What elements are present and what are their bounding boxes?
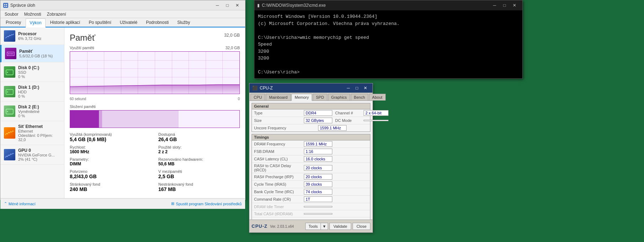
cpuz-rc-row: Bank Cycle Time (tRC) 74 clocks xyxy=(252,188,370,196)
cpuz-dram-freq-label: DRAM Frequency xyxy=(254,142,304,146)
stat-used: Využitá (komprimovaná) 5,4 GB (0,6 MB) xyxy=(70,132,151,142)
tab-pospusteni[interactable]: Po spuštění xyxy=(85,18,115,27)
cpuz-rc-value: 74 clocks xyxy=(304,189,332,195)
sidebar-item-disk1[interactable]: Disk 1 (D:) HDD0 % xyxy=(0,82,64,102)
utilization-value: 32,0 GB xyxy=(226,46,240,50)
cpuz-fsb-row: FSB:DRAM 1:16 xyxy=(252,148,370,155)
disk2-info: Disk 2 (E:) Vyměnitelné0 % xyxy=(18,104,60,118)
cmd-line-2: (c) Microsoft Corporation. Všechna práva… xyxy=(258,20,519,27)
menu-moznosti[interactable]: Možnosti xyxy=(21,11,44,17)
sidebar-item-disk2[interactable]: Disk 2 (E:) Vyměnitelné0 % xyxy=(0,102,64,121)
cpuz-tab-graphics[interactable]: Graphics xyxy=(328,94,350,101)
cpuz-title: CPU-Z xyxy=(260,86,273,91)
stat-params-label: Parametry: xyxy=(70,157,151,161)
task-manager-window: Správce úloh ─ □ ✕ Soubor Možnosti Zobra… xyxy=(0,0,246,200)
cpuz-type-value: DDR4 xyxy=(304,110,332,116)
comp-modified xyxy=(99,110,102,128)
menu-soubor[interactable]: Soubor xyxy=(2,11,21,17)
gpu-icon xyxy=(4,149,15,160)
cpuz-tab-cpu[interactable]: CPU xyxy=(250,94,265,101)
cpuz-tab-spd[interactable]: SPD xyxy=(313,94,327,101)
svg-rect-6 xyxy=(10,53,10,55)
minimize-button[interactable]: ─ xyxy=(212,0,222,10)
stat-cache-value: 2,5 GB xyxy=(158,174,240,179)
sidebar-item-network[interactable]: Síť Ethernet EthernetOdesílání: 0 Příjem… xyxy=(0,121,64,145)
tab-historie[interactable]: Historie aplikací xyxy=(46,18,84,27)
cpuz-tab-bench[interactable]: Bench xyxy=(351,94,368,101)
cpuz-uncore-row: Uncore Frequency 1599.1 MHz xyxy=(252,124,370,132)
disk0-desc: SSD0 % xyxy=(18,70,60,79)
cmd-line-8 xyxy=(258,62,519,69)
titlebar-left: Správce úloh xyxy=(3,3,35,8)
cpuz-tools-dropdown[interactable]: ▼ xyxy=(321,223,328,230)
cpuz-channel-label: Channel # xyxy=(335,111,364,115)
cpuz-close-title[interactable]: ✕ xyxy=(361,84,370,92)
cpuz-fsb-value: 1:16 xyxy=(304,149,332,154)
cpuz-size-label: Size xyxy=(254,118,304,123)
stat-confirmed-label: Potvrzeno xyxy=(70,169,151,174)
cpuz-dram-freq-value: 1599.1 MHz xyxy=(304,141,332,147)
cpuz-rc-label: Bank Cycle Time (tRC) xyxy=(254,190,304,194)
svg-rect-8 xyxy=(12,53,13,55)
cpuz-close-button[interactable]: Close xyxy=(353,223,370,230)
cpuz-cr-label: Command Rate (CR) xyxy=(254,197,304,201)
sidebar-item-memory[interactable]: Paměť 5,6/32,0 GB (18 %) xyxy=(0,45,64,62)
cpuz-validate-button[interactable]: Validate xyxy=(329,223,351,230)
graph-time-value: 0 xyxy=(238,97,240,101)
menu-zobrazeni[interactable]: Zobrazení xyxy=(44,11,69,17)
cpuz-uncore-value: 1599.1 MHz xyxy=(318,125,347,131)
cmd-minimize[interactable]: ─ xyxy=(490,0,500,10)
chevron-up-icon: ⌃ xyxy=(4,201,7,206)
maximize-button[interactable]: □ xyxy=(222,0,232,10)
disk2-icon xyxy=(4,105,15,117)
tab-sluzby[interactable]: Služby xyxy=(173,18,194,27)
memory-name: Paměť xyxy=(19,49,60,54)
cpuz-rp-value: 20 clocks xyxy=(304,174,332,180)
composition-bar xyxy=(70,110,240,128)
stat-reserved-label: Rezervováno hardwarem: xyxy=(158,157,240,161)
disk2-desc: Vyměnitelné0 % xyxy=(18,109,60,118)
cpuz-maximize[interactable]: □ xyxy=(353,84,361,92)
start-monitor-link[interactable]: ⊞ Spustit program Sledování prostředků xyxy=(171,201,242,206)
tab-podrobnosti[interactable]: Podrobnosti xyxy=(142,18,173,27)
utilization-label: Využití paměti 32,0 GB xyxy=(70,46,240,50)
cpuz-rcd-value: 20 clocks xyxy=(304,165,332,171)
cpuz-timings-section: Timings DRAM Frequency 1599.1 MHz FSB:DR… xyxy=(252,134,370,225)
gpu-info: GPU 0 NVIDIA GeForce G...2% (41 °C) xyxy=(18,148,60,161)
cmd-line-5: Speed xyxy=(258,41,519,48)
disk1-icon xyxy=(4,86,15,97)
svg-rect-0 xyxy=(4,4,5,5)
tab-vykon[interactable]: Výkon xyxy=(26,19,45,27)
sidebar-item-cpu[interactable]: Procesor 6% 3,72 GHz xyxy=(0,27,64,45)
cpuz-tab-about[interactable]: About xyxy=(369,94,386,101)
task-manager-title: Správce úloh xyxy=(10,3,35,8)
tab-uzivatele[interactable]: Uživatelé xyxy=(116,18,141,27)
cmd-title-left: ▮ C:\WINDOWS\system32\cmd.exe xyxy=(257,3,326,8)
svg-rect-1 xyxy=(6,4,7,5)
sidebar-item-gpu[interactable]: GPU 0 NVIDIA GeForce G...2% (41 °C) xyxy=(0,145,64,165)
sidebar-item-disk0[interactable]: Disk 0 (C:) SSD0 % xyxy=(0,62,64,82)
disk1-info: Disk 1 (D:) HDD0 % xyxy=(18,85,60,98)
svg-point-14 xyxy=(7,111,8,112)
network-name: Síť Ethernet xyxy=(18,124,60,129)
less-info-link[interactable]: ⌃ Méně informací xyxy=(4,201,36,206)
stat-cache-label: V mezipaměti xyxy=(158,169,240,174)
close-button[interactable]: ✕ xyxy=(232,0,242,10)
cpuz-tab-memory[interactable]: Memory xyxy=(291,94,312,101)
cpuz-tools-button[interactable]: Tools xyxy=(305,223,321,230)
cmd-close[interactable]: ✕ xyxy=(510,0,519,10)
cmd-maximize[interactable]: □ xyxy=(500,0,510,10)
cpuz-idle-label: DRAM Idle Timer xyxy=(254,205,304,209)
cpu-icon xyxy=(4,30,15,42)
cpuz-minimize[interactable]: ─ xyxy=(344,84,353,92)
disk2-name: Disk 2 (E:) xyxy=(18,104,60,109)
cpuz-tab-mainboard[interactable]: Mainboard xyxy=(266,94,291,101)
tab-procesy[interactable]: Procesy xyxy=(2,18,25,27)
stat-reserved: Rezervováno hardwarem: 50,6 MB xyxy=(158,157,240,166)
disk0-info: Disk 0 (C:) SSD0 % xyxy=(18,65,60,79)
cpuz-bottom-bar: CPU-Z Ver. 2.03.1.x64 Tools ▼ Validate C… xyxy=(249,220,373,232)
composition-label: Složení paměti xyxy=(70,104,240,109)
cpuz-main-content: General Type DDR4 Channel # 2 x 64-bit S… xyxy=(249,101,373,229)
stat-params: Parametry: DIMM xyxy=(70,157,151,166)
cpuz-logo-section: CPU-Z Ver. 2.03.1.x64 xyxy=(252,223,294,229)
